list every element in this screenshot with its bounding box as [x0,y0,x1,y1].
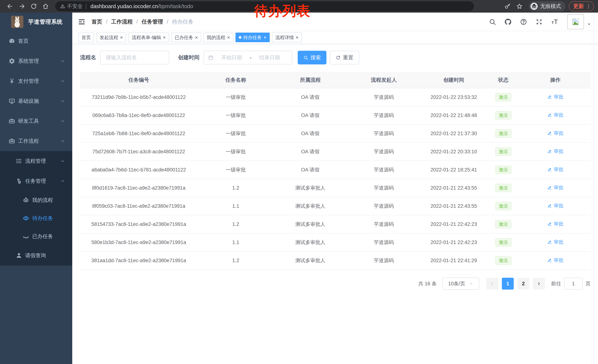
breadcrumb-separator: / [167,19,168,25]
sidebar-item-process-management[interactable]: 流程管理 [0,151,72,171]
approve-link[interactable]: 审批 [547,257,563,263]
url-text: dashboard.yudao.iocoder.cn/bpm/task/todo [91,3,193,9]
approve-link[interactable]: 审批 [547,166,563,173]
cell-created: 2022-01-22 20:33:10 [421,143,486,161]
sidebar-item-infrastructure[interactable]: 基础设施 [0,91,72,111]
font-size-icon[interactable] [551,18,558,25]
search-icon[interactable] [489,18,496,25]
tab-process-detail[interactable]: 流程详情 × [272,32,302,42]
bookmark-star-icon[interactable] [516,3,523,10]
not-secure-label: 不安全 [67,3,83,10]
reset-button[interactable]: 重置 [330,51,359,65]
sidebar-item-home[interactable]: 首页 [0,31,72,51]
cell-task-id: a6aba0a4-7b6d-11ec-b781-acde48001122 [80,161,198,179]
sidebar-item-leave-query[interactable]: 请假查询 [0,245,72,266]
table-row: 8f0d1619-7ac8-11ec-a9e2-a2380e71991a 1.2… [80,179,590,197]
chevron-icon [60,159,65,163]
sidebar-toggle-icon[interactable] [78,18,86,26]
browser-menu-icon[interactable] [586,4,591,9]
chevron-icon [60,79,65,83]
active-dot-icon [239,36,241,39]
approve-link[interactable]: 审批 [547,94,563,100]
approve-link[interactable]: 审批 [547,239,563,245]
top-navbar: 首页/工作流程/任务管理/待办任务 [72,13,598,31]
sidebar-item-my-process[interactable]: 我的流程 [0,191,72,209]
github-icon[interactable] [504,18,512,25]
page-button-1[interactable]: 1 [502,278,514,290]
tab-start-process[interactable]: 发起流程 × [96,32,126,42]
browser-update-button[interactable]: 更新 [569,1,594,11]
process-name-label: 流程名 [80,54,96,61]
caret-down-icon[interactable] [587,22,591,26]
sidebar-item-dev-tools[interactable]: 研发工具 [0,111,72,131]
incognito-label: 无痕模式 [540,3,561,10]
edit-icon [547,240,552,245]
sidebar-item-task-management[interactable]: 任务管理 [0,171,72,191]
cell-initiator: 芋道源码 [347,179,421,197]
tab-todo-task[interactable]: 待办任务 × [235,32,270,42]
sidebar-item-payment-management[interactable]: 支付管理 [0,71,72,91]
page-content: 流程名 创建时间 开始日期 - 结束日期 搜索 重置 [72,44,598,364]
date-range-picker[interactable]: 开始日期 - 结束日期 [204,51,292,65]
page-button-2[interactable]: 2 [517,278,529,290]
cell-task-id: 75d72608-7b7f-11ec-a3c8-acde48001122 [80,143,198,161]
search-icon [303,55,308,60]
approve-link[interactable]: 审批 [547,148,563,155]
browser-back-icon[interactable] [7,3,13,10]
approve-link[interactable]: 审批 [547,221,563,227]
edit-icon [547,167,552,172]
app-logo[interactable]: 芋道管理系统 [0,13,72,31]
cell-created: 2022-01-21 22:43:55 [421,179,486,197]
approve-link[interactable]: 审批 [547,112,563,118]
data-table: 任务编号任务名称所属流程流程发起人创建时间状态操作 73211d9d-7b9b-… [80,72,590,270]
edit-icon [547,185,552,190]
cell-task-id: 73211d9d-7b9b-11ec-b5b7-acde48001122 [80,88,198,106]
cell-task-name: 一级审批 [198,124,274,143]
approve-link[interactable]: 审批 [547,184,563,191]
breadcrumb-item[interactable]: 首页 [91,18,102,25]
end-date-placeholder: 结束日期 [252,54,288,61]
page-size-select[interactable]: 10条/页 [442,277,479,290]
close-icon[interactable]: × [120,35,123,40]
create-time-label: 创建时间 [178,54,199,61]
breadcrumb-item[interactable]: 任务管理 [141,18,163,25]
close-icon[interactable]: × [227,35,230,40]
close-icon[interactable]: × [163,35,166,40]
avatar[interactable] [567,15,584,29]
sidebar-item-done-task[interactable]: 已办任务 [0,227,72,245]
approve-link[interactable]: 审批 [547,130,563,137]
goto-unit: 页 [586,280,590,287]
goto-page-input[interactable] [564,278,583,290]
breadcrumb-item[interactable]: 工作流程 [111,18,133,25]
start-date-placeholder: 开始日期 [214,54,250,61]
tab-home[interactable]: 首页 [78,32,94,42]
prev-page-button[interactable] [486,278,498,290]
browser-reload-icon[interactable] [30,3,37,10]
key-icon[interactable] [504,3,511,10]
tab-my-process[interactable]: 我的流程 × [203,32,233,42]
help-icon[interactable] [520,18,527,25]
browser-home-icon[interactable] [42,3,49,10]
next-page-button[interactable] [533,278,545,290]
cell-process: OA 请假 [274,88,346,106]
sidebar-item-todo-task[interactable]: 待办任务 [0,209,72,227]
sidebar: 芋道管理系统 首页 系统管理 支付管理 基础设施 研发工具 工作流程 流程管理 … [0,13,72,364]
tab-done-task[interactable]: 已办任务 × [171,32,201,42]
fullscreen-icon[interactable] [535,18,543,25]
close-icon[interactable]: × [296,35,299,40]
close-icon[interactable]: × [195,35,198,40]
sidebar-item-system-management[interactable]: 系统管理 [0,51,72,71]
chevron-icon [60,139,65,144]
address-bar[interactable]: 不安全 dashboard.yudao.iocoder.cn/bpm/task/… [55,1,474,11]
sidebar-item-workflow[interactable]: 工作流程 [0,131,72,151]
cell-initiator: 芋道源码 [347,143,421,161]
close-icon[interactable]: × [264,35,266,40]
cell-created: 2022-01-22 21:48:48 [421,106,486,124]
approve-link[interactable]: 审批 [547,202,563,209]
search-button[interactable]: 搜索 [298,51,326,65]
tab-form-edit[interactable]: 流程表单-编辑 × [128,32,169,42]
cell-created: 2022-01-22 21:37:30 [421,124,486,143]
browser-forward-icon[interactable] [18,3,25,10]
cell-initiator: 芋道源码 [347,215,421,233]
process-name-input[interactable] [100,51,169,65]
